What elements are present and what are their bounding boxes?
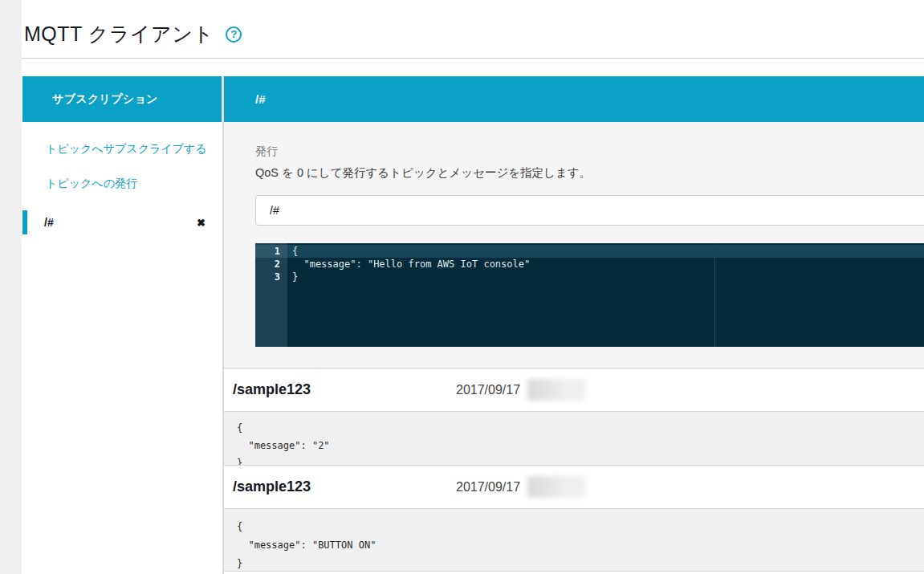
editor-line-number: 1 [255,245,287,258]
page-left-gutter [0,0,22,574]
editor-line: 2 "message": "Hello from AWS IoT console… [255,258,924,271]
subscriptions-sidebar: サブスクリプション トピックへサブスクライブする トピックへの発行 /# ✖ [22,76,222,574]
editor-line-number: 3 [255,271,287,283]
editor-rows: 1 { 2 "message": "Hello from AWS IoT con… [255,243,924,283]
sidebar-header: サブスクリプション [22,76,222,122]
payload-line: { [237,516,924,535]
payload-line: "message": "2" [237,437,924,454]
message-payload: { "message": "BUTTON ON" } [224,509,924,572]
help-icon[interactable]: ? [226,26,242,43]
message-payload: { "message": "2" } [224,412,924,466]
sidebar-link-subscribe-to-topic[interactable]: トピックへサブスクライブする [46,141,222,157]
redacted-time-blur [527,379,585,401]
title-divider [22,58,924,59]
message-topic: /sample123 [233,381,456,398]
editor-line: 1 { [255,245,924,258]
message-topic: /sample123 [233,478,456,495]
message-date: 2017/09/17 [456,480,520,495]
mqtt-client-page: MQTT クライアント ? サブスクリプション トピックへサブスクライブする ト… [0,0,924,574]
publish-section: 発行 QoS を 0 にして発行するトピックとメッセージを指定します。 1 { … [224,122,924,368]
payload-line: } [237,454,924,466]
editor-line: 3 } [255,271,924,283]
subscription-topic-label: /# [44,216,54,229]
selected-indicator-bar [22,210,27,234]
topic-header: /# [224,76,924,122]
sidebar-subscription-item[interactable]: /# ✖ [22,210,222,234]
page-title: MQTT クライアント [24,21,214,47]
message-header: /sample123 2017/09/17 [224,368,924,412]
topic-main-panel: /# 発行 QoS を 0 にして発行するトピックとメッセージを指定します。 1… [224,76,924,574]
message-entry: /sample123 2017/09/17 { "message": "BUTT… [224,466,924,572]
close-icon[interactable]: ✖ [197,217,206,229]
message-payload-editor[interactable]: 1 { 2 "message": "Hello from AWS IoT con… [255,243,924,347]
payload-line: { [237,419,924,437]
publish-description: QoS を 0 にして発行するトピックとメッセージを指定します。 [255,165,924,181]
received-messages-list: /sample123 2017/09/17 { "message": "2" }… [224,368,924,572]
editor-code-text: } [287,271,924,283]
payload-line: "message": "BUTTON ON" [237,535,924,553]
message-date: 2017/09/17 [456,383,520,397]
sidebar-body: トピックへサブスクライブする トピックへの発行 /# ✖ [22,122,222,234]
sidebar-link-publish-to-topic[interactable]: トピックへの発行 [46,176,222,191]
page-title-row: MQTT クライアント ? [24,21,242,47]
publish-topic-input[interactable] [255,195,924,226]
editor-line-number: 2 [255,258,287,271]
publish-label: 発行 [255,145,924,159]
message-header: /sample123 2017/09/17 [224,466,924,509]
redacted-time-blur [527,476,585,498]
editor-code-text: { [287,245,924,258]
payload-line: } [237,553,924,572]
editor-code-text: "message": "Hello from AWS IoT console" [287,258,924,271]
message-entry: /sample123 2017/09/17 { "message": "2" } [224,368,924,466]
